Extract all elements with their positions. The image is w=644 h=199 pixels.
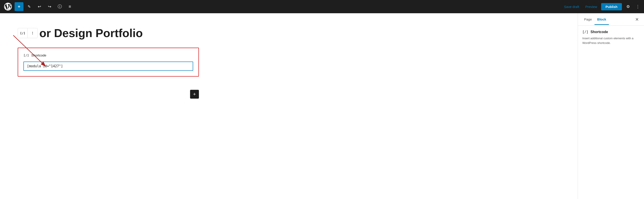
shortcode-block: [/] Shortcode [18, 48, 199, 77]
redo-button[interactable]: ↪ [45, 2, 54, 11]
wp-logo-icon [4, 3, 12, 10]
edit-button[interactable]: ✎ [25, 2, 34, 11]
shortcode-block-header: [/] Shortcode [24, 53, 193, 57]
sidebar-shortcode-icon: [/] [582, 30, 588, 34]
tab-block[interactable]: Block [594, 14, 609, 25]
sidebar-content: [/] Shortcode Insert additional custom e… [578, 25, 644, 50]
preview-button[interactable]: Preview [583, 3, 599, 10]
toolbar-right: Save draft Preview Publish ⚙ ⋮ [562, 2, 641, 11]
info-icon: ⓘ [58, 4, 62, 9]
toolbar: + ✎ ↩ ↪ ⓘ ≡ Save draft Preview Publish ⚙… [0, 0, 644, 13]
more-icon: ⋮ [636, 4, 640, 9]
list-icon: ≡ [68, 4, 71, 9]
sidebar-block-title: [/] Shortcode [582, 30, 640, 34]
undo-button[interactable]: ↩ [35, 2, 44, 11]
shortcode-block-label: Shortcode [31, 53, 46, 57]
shortcode-block-icon-btn[interactable]: [/] [18, 28, 28, 38]
sidebar-block-name: Shortcode [590, 30, 608, 34]
redo-icon: ↪ [48, 4, 51, 9]
publish-button[interactable]: Publish [601, 3, 622, 10]
settings-button[interactable]: ⚙ [624, 2, 632, 11]
wp-logo-button[interactable] [3, 1, 13, 12]
sidebar-block-description: Insert additional custom elements with a… [582, 36, 640, 45]
block-options-btn[interactable]: ⋮ [28, 28, 37, 38]
close-icon: ✕ [635, 17, 639, 22]
more-options-button[interactable]: ⋮ [634, 3, 641, 10]
vertical-dots-icon: ⋮ [31, 31, 34, 35]
close-sidebar-button[interactable]: ✕ [634, 16, 640, 23]
editor-area: [/] ⋮ or Design Portfolio [/] Shortcode … [0, 13, 578, 199]
tab-page[interactable]: Page [582, 14, 594, 25]
right-sidebar: Page Block ✕ [/] Shortcode Insert additi… [578, 13, 644, 199]
pencil-icon: ✎ [28, 4, 31, 9]
list-view-button[interactable]: ≡ [66, 2, 74, 11]
shortcode-icon-small: [/] [20, 31, 25, 35]
page-title-row: [/] ⋮ or Design Portfolio [18, 26, 560, 40]
main-layout: [/] ⋮ or Design Portfolio [/] Shortcode … [0, 13, 644, 199]
shortcode-input[interactable] [24, 62, 193, 71]
add-block-button[interactable]: + [190, 90, 199, 99]
undo-icon: ↩ [38, 4, 41, 9]
add-block-row: + [18, 83, 199, 99]
shortcode-block-icon: [/] [24, 54, 29, 57]
sidebar-tabs: Page Block ✕ [578, 13, 644, 25]
info-button[interactable]: ⓘ [55, 2, 64, 11]
block-toolbar-float: [/] ⋮ [18, 28, 38, 38]
save-draft-button[interactable]: Save draft [562, 3, 581, 10]
gear-icon: ⚙ [626, 4, 630, 9]
page-title: or Design Portfolio [39, 26, 143, 40]
add-block-toolbar-button[interactable]: + [14, 2, 24, 11]
